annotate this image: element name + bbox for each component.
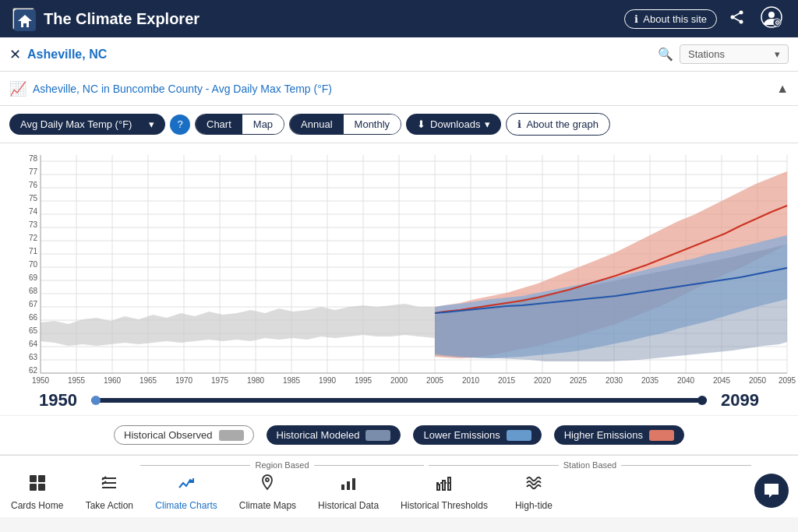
svg-rect-2: [23, 23, 26, 27]
home-icon[interactable]: [12, 8, 34, 30]
timeline-start-year: 1950: [39, 390, 77, 410]
monthly-button[interactable]: Monthly: [344, 115, 401, 134]
legend-lower-emissions[interactable]: Lower Emissions: [413, 425, 541, 445]
map-button[interactable]: Map: [242, 115, 284, 134]
variable-dropdown[interactable]: Avg Daily Max Temp (°F) ▾: [9, 114, 165, 135]
nav-climate-charts[interactable]: Climate Charts: [144, 467, 228, 517]
location-close-button[interactable]: ✕: [9, 46, 21, 63]
climate-maps-icon: [258, 474, 277, 497]
legend-historical-modeled[interactable]: Historical Modeled: [267, 425, 401, 445]
timeline-handle-start[interactable]: [91, 396, 101, 405]
download-icon: ⬇: [417, 118, 425, 130]
downloads-arrow-icon: ▾: [485, 118, 490, 130]
svg-text:76: 76: [29, 181, 38, 189]
nav-cards-home-label: Cards Home: [11, 500, 63, 511]
svg-text:1995: 1995: [355, 376, 373, 385]
nav-cards-home[interactable]: Cards Home: [0, 467, 74, 517]
cards-home-icon: [28, 474, 47, 497]
svg-rect-98: [38, 475, 45, 482]
svg-text:1960: 1960: [104, 376, 122, 385]
nav-historical-data[interactable]: Historical Data: [307, 467, 390, 517]
svg-text:69: 69: [29, 273, 38, 282]
svg-rect-99: [30, 484, 37, 491]
chart-icon: 📈: [9, 80, 26, 97]
take-action-icon: [100, 474, 118, 497]
nav-take-action[interactable]: Take Action: [74, 467, 144, 517]
svg-text:71: 71: [29, 247, 38, 255]
controls-bar: Avg Daily Max Temp (°F) ▾ ? Chart Map An…: [0, 106, 798, 143]
chart-map-toggle: Chart Map: [195, 114, 284, 135]
help-button[interactable]: ?: [170, 115, 190, 135]
about-graph-button[interactable]: ℹ About the graph: [506, 113, 610, 136]
legend-label-historical-modeled: Historical Modeled: [277, 429, 360, 441]
svg-text:2095: 2095: [779, 376, 796, 385]
nav-take-action-label: Take Action: [86, 500, 133, 511]
nav-historical-thresholds[interactable]: Historical Thresholds: [390, 467, 499, 517]
app-title: The Climate Explorer: [44, 10, 624, 28]
svg-text:1965: 1965: [139, 376, 157, 385]
high-tide-icon: [524, 474, 543, 497]
region-divider-left: [140, 465, 250, 466]
svg-text:1990: 1990: [319, 376, 337, 385]
nav-high-tide[interactable]: High-tide: [499, 467, 569, 517]
annual-button[interactable]: Annual: [290, 115, 343, 134]
svg-text:1970: 1970: [175, 376, 193, 385]
region-based-section: Region Based: [140, 460, 424, 470]
location-bar: ✕ Asheville, NC 🔍 Stations ▾: [0, 37, 798, 72]
svg-rect-109: [437, 484, 440, 490]
legend-label-lower-emissions: Lower Emissions: [423, 429, 500, 441]
svg-text:1975: 1975: [211, 376, 229, 385]
station-based-section: Station Based: [429, 460, 751, 470]
info-icon: ℹ: [634, 13, 638, 25]
svg-rect-106: [341, 484, 344, 490]
chart-collapse-button[interactable]: ▲: [776, 82, 789, 96]
about-site-button[interactable]: ℹ About this site: [624, 9, 717, 29]
svg-text:72: 72: [29, 234, 38, 242]
svg-text:2050: 2050: [749, 376, 767, 385]
nav-climate-maps[interactable]: Climate Maps: [228, 467, 307, 517]
svg-text:1955: 1955: [68, 376, 86, 385]
svg-text:2005: 2005: [426, 376, 444, 385]
timeline-track[interactable]: [91, 398, 707, 403]
svg-text:78: 78: [29, 154, 38, 163]
svg-line-6: [733, 12, 741, 17]
historical-thresholds-icon: [435, 474, 454, 497]
svg-point-9: [768, 12, 775, 18]
chart-title: Asheville, NC in Buncombe County - Avg D…: [33, 83, 770, 95]
nav-climate-maps-label: Climate Maps: [239, 500, 296, 511]
user-settings-icon[interactable]: ⚙: [757, 3, 786, 35]
svg-text:2025: 2025: [570, 376, 588, 385]
chart-area: 62 63 64 65 66 67 68 69 70 71 72 73 74 7…: [0, 143, 798, 385]
timeline-handle-end[interactable]: [697, 396, 707, 405]
stations-dropdown[interactable]: Stations ▾: [680, 44, 789, 64]
bottom-nav: Region Based Station Based Cards Home Ta…: [0, 455, 798, 517]
svg-text:1985: 1985: [283, 376, 301, 385]
nav-historical-thresholds-label: Historical Thresholds: [401, 500, 488, 511]
svg-text:75: 75: [29, 194, 38, 203]
nav-climate-charts-label: Climate Charts: [155, 500, 217, 511]
about-info-icon: ℹ: [517, 118, 521, 130]
legend-bar: Historical Observed Historical Modeled L…: [0, 416, 798, 455]
svg-text:63: 63: [29, 353, 38, 361]
chart-button[interactable]: Chart: [196, 115, 242, 134]
legend-higher-emissions[interactable]: Higher Emissions: [554, 425, 684, 445]
svg-text:66: 66: [29, 313, 38, 322]
svg-rect-100: [38, 484, 45, 491]
svg-text:65: 65: [29, 326, 38, 335]
legend-label-historical-observed: Historical Observed: [124, 429, 212, 441]
legend-historical-observed[interactable]: Historical Observed: [114, 425, 253, 445]
chat-button[interactable]: [754, 474, 789, 508]
svg-text:62: 62: [29, 366, 38, 375]
downloads-button[interactable]: ⬇ Downloads ▾: [406, 114, 501, 135]
nav-high-tide-label: High-tide: [515, 500, 553, 511]
svg-marker-91: [41, 304, 435, 346]
location-search-button[interactable]: 🔍: [658, 47, 673, 62]
svg-text:67: 67: [29, 300, 38, 308]
svg-text:2030: 2030: [606, 376, 623, 385]
share-icon[interactable]: [726, 6, 748, 32]
station-based-label: Station Based: [563, 460, 617, 470]
station-divider-right: [621, 465, 751, 466]
region-divider-right: [314, 465, 424, 466]
legend-swatch-historical-observed: [219, 430, 244, 441]
historical-data-icon: [339, 474, 358, 497]
